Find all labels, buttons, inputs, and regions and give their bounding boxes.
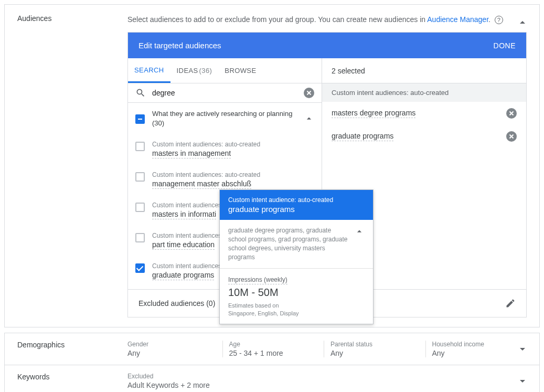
targeting-summary-card: Demographics Gender Any Age 25 - 34 + 1 … — [4, 333, 540, 392]
popover-keywords: graduate degree programs, graduate schoo… — [228, 226, 348, 262]
chevron-up-icon[interactable] — [516, 16, 529, 29]
remove-selected-icon[interactable] — [506, 108, 517, 119]
selected-item-name: graduate programs — [332, 132, 393, 141]
excluded-label: Excluded audiences (0) — [138, 299, 215, 308]
demographics-row[interactable]: Demographics Gender Any Age 25 - 34 + 1 … — [5, 333, 539, 365]
selected-item-name: masters degree programs — [332, 109, 415, 118]
item-name: graduate programs — [152, 271, 214, 280]
tab-browse-label: BROWSE — [225, 67, 256, 75]
editor-right-pane: 2 selected Custom intent audiences: auto… — [322, 58, 526, 289]
impressions-value: 10M - 50M — [228, 287, 365, 299]
search-icon — [135, 88, 146, 98]
estimate-basis: Estimates based on Singapore, English, D… — [228, 302, 365, 317]
help-icon[interactable]: ? — [495, 16, 503, 24]
group-title: What they are actively researching or pl… — [152, 109, 296, 128]
demo-col-label: Gender — [127, 341, 222, 348]
selected-group-header: Custom intent audiences: auto-created — [322, 83, 526, 102]
editor-title: Edit targeted audiences — [138, 41, 221, 50]
item-checkbox[interactable] — [135, 263, 145, 273]
popover-title: graduate programs — [228, 205, 365, 214]
keywords-row[interactable]: Keywords Excluded Adult Keywords + 2 mor… — [5, 365, 539, 392]
demographics-label: Demographics — [17, 341, 127, 349]
group-checkbox[interactable] — [135, 114, 145, 124]
done-button[interactable]: DONE — [494, 41, 516, 50]
edit-icon[interactable] — [505, 298, 516, 309]
item-name: masters in management — [152, 149, 231, 158]
impressions-label: Impressions (weekly) — [228, 276, 287, 284]
item-name: masters in informati — [152, 210, 216, 219]
tab-ideas-label: IDEAS — [177, 67, 198, 75]
group-row: What they are actively researching or pl… — [128, 103, 322, 134]
demo-col-value: 25 - 34 + 1 more — [229, 349, 324, 357]
item-name: management master abschluß — [152, 179, 251, 189]
selected-item: graduate programs — [322, 125, 526, 148]
tab-ideas[interactable]: IDEAS (36) — [170, 58, 219, 83]
tab-search[interactable]: SEARCH — [128, 58, 170, 83]
item-checkbox[interactable] — [135, 172, 145, 182]
tab-search-label: SEARCH — [134, 66, 164, 74]
tab-ideas-count: (36) — [199, 67, 212, 75]
item-checkbox[interactable] — [135, 142, 145, 151]
editor-header: Edit targeted audiences DONE — [128, 33, 526, 58]
demo-col-label: Parental status — [330, 341, 425, 348]
item-type: Custom intent audiences: auto-created — [152, 141, 314, 148]
audiences-header-row: Audiences Select audiences to add to or … — [5, 5, 539, 327]
demo-col-label: Age — [229, 341, 324, 348]
item-checkbox[interactable] — [135, 233, 145, 242]
chevron-up-icon[interactable] — [304, 113, 314, 124]
popover-sub: Custom intent audience: auto-created — [228, 196, 365, 204]
item-type: Custom intent audiences: auto-created — [152, 171, 314, 178]
selected-item: masters degree programs — [322, 102, 526, 125]
chevron-down-icon[interactable] — [516, 375, 529, 387]
estimate-prefix: Estimates based on — [228, 302, 365, 310]
remove-selected-icon[interactable] — [506, 131, 517, 142]
popover-header: Custom intent audience: auto-created gra… — [220, 190, 373, 220]
audiences-intro: Select audiences to add to or exclude fr… — [127, 14, 527, 25]
search-input[interactable] — [152, 89, 297, 97]
keywords-label: Keywords — [17, 373, 127, 381]
selected-count: 2 selected — [322, 58, 526, 83]
keywords-sublabel: Excluded — [127, 373, 527, 380]
demo-col-value: Any — [432, 349, 527, 357]
clear-search-icon[interactable] — [304, 88, 314, 98]
intro-suffix: . — [488, 15, 490, 24]
demo-col-label: Household income — [432, 341, 527, 348]
audience-detail-popover: Custom intent audience: auto-created gra… — [219, 189, 374, 324]
audiences-card: Audiences Select audiences to add to or … — [4, 4, 540, 327]
search-row — [128, 83, 322, 103]
audiences-section-label: Audiences — [17, 14, 127, 321]
item-checkbox[interactable] — [135, 203, 145, 212]
keywords-value: Adult Keywords + 2 more — [127, 381, 527, 389]
editor-tabs: SEARCH IDEAS (36) BROWSE — [128, 58, 322, 83]
intro-text: Select audiences to add to or exclude fr… — [127, 15, 425, 24]
demo-col-value: Any — [330, 349, 425, 357]
list-item[interactable]: Custom intent audiences: auto-created ma… — [128, 134, 322, 165]
audience-editor: Edit targeted audiences DONE SEARCH IDEA… — [127, 32, 527, 317]
audience-manager-link[interactable]: Audience Manager — [427, 15, 488, 24]
item-name: part time education — [152, 240, 215, 250]
demo-col-value: Any — [127, 349, 222, 357]
chevron-down-icon[interactable] — [516, 343, 529, 355]
estimate-detail: Singapore, English, Display — [228, 310, 365, 317]
chevron-up-icon[interactable] — [354, 226, 365, 237]
tab-browse[interactable]: BROWSE — [218, 58, 262, 83]
